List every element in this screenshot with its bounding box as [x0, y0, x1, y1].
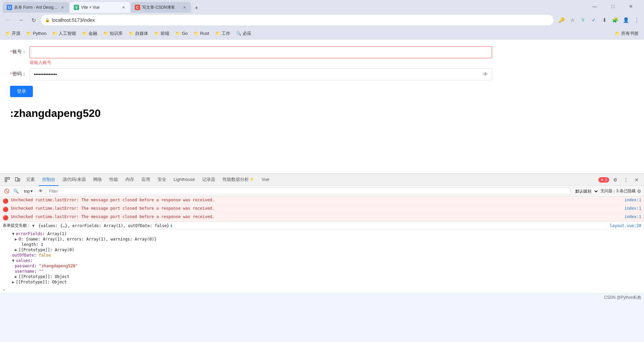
devtools-tab-memory[interactable]: 内存 [122, 174, 137, 186]
profile-icon[interactable]: 👤 [621, 15, 631, 25]
devtools-right-controls: ✕ 3 ⚙ ⋮ ✕ [598, 175, 641, 185]
address-text: localhost:5173/index [52, 17, 549, 23]
bookmark-star-icon[interactable]: ☆ [568, 15, 577, 25]
tab-1[interactable]: U 表单 Form - Ant Design Vue ✕ [3, 2, 69, 13]
bookmark-ai[interactable]: 📁 人工智能 [50, 29, 79, 38]
bookmark-label: 自媒体 [135, 30, 148, 37]
settings-gear-icon[interactable]: ⚙ [610, 175, 620, 185]
svg-rect-2 [5, 180, 7, 182]
forward-button[interactable]: → [15, 15, 26, 25]
puzzle-icon[interactable]: 🧩 [610, 15, 620, 25]
address-input-wrap[interactable]: 🔒 localhost:5173/index [41, 15, 553, 25]
bookmark-work[interactable]: 📁 工作 [213, 29, 233, 38]
tree-expand-proto-obj2[interactable]: ▶ [12, 280, 14, 284]
reload-button[interactable]: ↻ [28, 15, 39, 25]
tree-row-proto-obj1: ▶ [[Prototype]] : Object [8, 274, 641, 279]
password-label: * 密码： [10, 68, 27, 77]
devtools-tab-recorder[interactable]: 记录器 [199, 174, 219, 186]
tree-expand-proto-obj1[interactable]: ▶ [15, 274, 17, 279]
object-header-text: {values: {…}, errorFields: Array(1), out… [36, 223, 169, 228]
folder-icon: 📁 [5, 31, 10, 36]
error-circle-icon-3: 🔴 [3, 215, 8, 220]
devtools-tab-security[interactable]: 安全 [154, 174, 170, 186]
tree-row-proto-array: ▶ [[Prototype]] : Array(0) [8, 247, 641, 253]
bookmark-search[interactable]: 🔍 必应 [234, 29, 254, 38]
devtools-tab-console[interactable]: 控制台 [39, 174, 59, 186]
console-toolbar: 🚫 🔍 top ▾ 👁 默认级别 无问题 | 3 条已隐藏 ⚙ [0, 186, 644, 197]
devtools-tab-application[interactable]: 应用 [138, 174, 154, 186]
object-expand-icon[interactable]: ▼ [32, 223, 35, 228]
console-settings-icon[interactable]: ⚙ [637, 189, 641, 194]
bookmark-rust[interactable]: 📁 Rust [191, 29, 212, 37]
devtools-tab-perf-insights[interactable]: 性能数据分析 ⚡ [219, 174, 257, 186]
minimize-button[interactable]: — [587, 1, 602, 12]
close-window-button[interactable]: ✕ [623, 1, 639, 12]
bookmark-kaiyuan[interactable]: 📁 开源 [3, 29, 23, 38]
tab-2[interactable]: V Vite + Vue ✕ [70, 2, 130, 13]
tab-1-close[interactable]: ✕ [60, 5, 65, 10]
lock-icon: 🔒 [45, 18, 50, 22]
maximize-button[interactable]: □ [605, 1, 621, 12]
bookmark-label: 必应 [243, 30, 251, 37]
bookmark-finance[interactable]: 📁 金融 [79, 29, 100, 38]
devtools-panel: 元素 控制台 源代码/来源 网络 性能 内存 应用 安全 Lighthouse … [0, 174, 644, 293]
console-filter-input[interactable] [46, 188, 570, 195]
tree-expand-proto-array[interactable]: ▶ [15, 248, 17, 252]
key-icon[interactable]: 🔑 [557, 15, 566, 25]
top-context-selector[interactable]: top ▾ [21, 188, 35, 195]
devtools-tab-elements[interactable]: 元素 [23, 174, 38, 186]
more-devtools-icon[interactable]: ⋮ [621, 175, 631, 185]
password-input[interactable] [30, 68, 492, 80]
bookmark-go[interactable]: 📁 Go [173, 29, 190, 37]
devtools-tab-vue[interactable]: Vue [258, 174, 273, 186]
tab-3[interactable]: C 写文章-CSDN博客 ✕ [131, 2, 191, 13]
error-link-3[interactable]: index:1 [624, 214, 641, 219]
close-devtools-icon[interactable]: ✕ [632, 175, 641, 185]
devtools-tab-performance[interactable]: 性能 [106, 174, 121, 186]
password-label-text: 密码： [12, 71, 26, 77]
tab-2-close[interactable]: ✕ [121, 5, 126, 10]
clear-console-icon[interactable]: 🚫 [3, 187, 11, 195]
tab-2-title: Vite + Vue [81, 5, 100, 10]
tree-row-0: ▶ 0 : {name: Array(1), errors: Array(1),… [8, 236, 641, 242]
eye-icon[interactable]: 👁 [483, 71, 488, 77]
filter-icon[interactable]: 🔍 [12, 187, 20, 195]
error-link-1[interactable]: index:1 [624, 198, 641, 202]
bookmark-all[interactable]: 📁 所有书签 [612, 29, 641, 38]
arrow-icon[interactable]: ⬇ [600, 15, 609, 25]
devtools-tab-network[interactable]: 网络 [90, 174, 105, 186]
bookmark-media[interactable]: 📁 自媒体 [126, 29, 151, 38]
devtools-tab-lighthouse[interactable]: Lighthouse [170, 174, 198, 186]
bookmark-python[interactable]: 📁 Python [24, 29, 49, 37]
inspect-icon[interactable] [3, 175, 12, 185]
error-link-2[interactable]: index:1 [624, 206, 641, 211]
tree-expand-0[interactable]: ▶ [15, 237, 17, 242]
username-label-text: 账号： [12, 49, 26, 55]
tree-row-proto-obj2: ▶ [[Prototype]] : Object [8, 279, 641, 285]
vue-icon[interactable]: V [578, 15, 588, 25]
username-input[interactable] [30, 46, 492, 58]
info-icon[interactable]: ℹ [171, 223, 172, 228]
device-icon[interactable] [13, 175, 22, 185]
error-message-3: Unchecked runtime.lastError: The message… [11, 214, 624, 219]
error-circle-icon-1: 🔴 [3, 198, 8, 204]
tree-expand-values[interactable]: ▼ [12, 258, 14, 263]
login-button[interactable]: 登录 [10, 86, 33, 97]
log-level-select[interactable]: 默认级别 [572, 188, 599, 195]
back-button[interactable]: ← [3, 15, 13, 25]
bookmark-frontend[interactable]: 📁 前端 [152, 29, 172, 38]
eye-console-icon[interactable]: 👁 [37, 187, 45, 195]
devtools-tab-sources[interactable]: 源代码/来源 [59, 174, 89, 186]
folder-icon: 📁 [154, 31, 159, 36]
bookmark-knowledge[interactable]: 📁 知识库 [101, 29, 125, 38]
tab-3-close[interactable]: ✕ [182, 5, 187, 10]
new-tab-button[interactable]: + [192, 3, 201, 13]
folder-icon: 📁 [194, 31, 199, 36]
checkmark-icon[interactable]: ✓ [589, 15, 598, 25]
more-icon[interactable]: ⋮ [632, 15, 641, 25]
form-submit-link[interactable]: layout.vue:20 [610, 223, 641, 228]
console-prompt-row: › [0, 286, 644, 293]
tree-row-username: username : "" [8, 269, 641, 274]
tree-expand-errorfields[interactable]: ▼ [12, 231, 14, 236]
title-bar: U 表单 Form - Ant Design Vue ✕ V Vite + Vu… [0, 0, 644, 13]
